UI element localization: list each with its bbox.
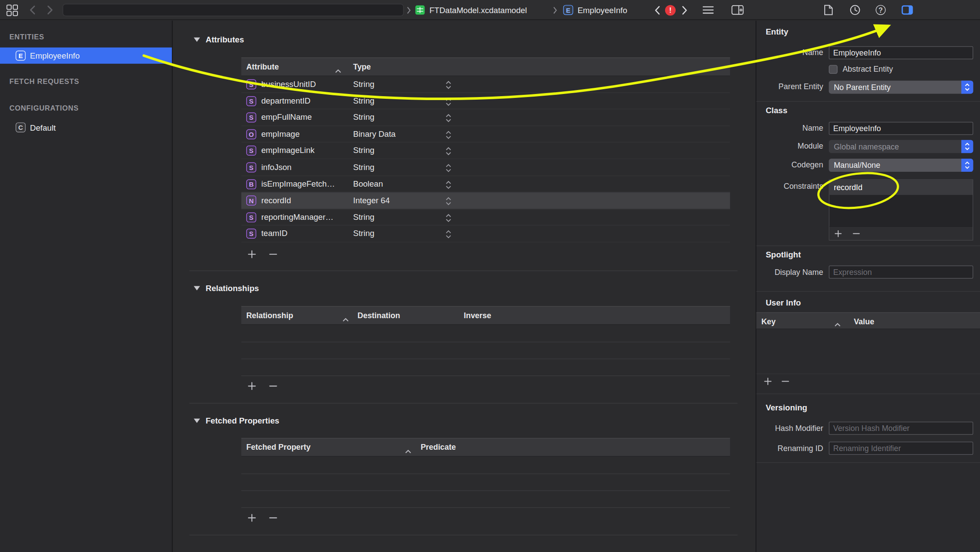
- attribute-name[interactable]: empFullName: [261, 109, 312, 126]
- add-attribute-button[interactable]: [247, 249, 257, 259]
- breadcrumb-file[interactable]: FTDataModel.xcdatamodel: [429, 0, 527, 20]
- type-stepper-icon[interactable]: [445, 229, 452, 241]
- editor-options-icon[interactable]: [703, 0, 714, 20]
- type-stepper-icon[interactable]: [445, 146, 452, 158]
- disclosure-triangle-icon[interactable]: [194, 286, 200, 290]
- parent-entity-popup[interactable]: No Parent Entity: [829, 80, 973, 94]
- attribute-name[interactable]: isEmpImageFetch…: [261, 176, 335, 192]
- attribute-column-header[interactable]: Attribute: [246, 58, 279, 76]
- add-constraint-button[interactable]: [834, 229, 843, 238]
- display-name-field[interactable]: [829, 265, 973, 278]
- remove-attribute-button[interactable]: [268, 249, 278, 259]
- add-relationship-button[interactable]: [247, 381, 257, 391]
- attribute-type[interactable]: Binary Data: [353, 126, 396, 142]
- view-switcher-icon[interactable]: [6, 0, 18, 20]
- attribute-type[interactable]: String: [353, 142, 375, 159]
- value-column-header[interactable]: Value: [854, 313, 874, 330]
- empty-row-divider: [241, 507, 730, 508]
- file-inspector-icon[interactable]: [824, 0, 833, 20]
- back-icon[interactable]: [29, 0, 36, 20]
- type-column-header[interactable]: Type: [353, 58, 371, 76]
- type-stepper-icon[interactable]: [445, 130, 452, 142]
- type-stepper-icon[interactable]: [445, 180, 452, 191]
- spotlight-section-title: Spotlight: [766, 250, 801, 259]
- attribute-row[interactable]: S businessUnitID String: [241, 76, 730, 93]
- remove-constraint-button[interactable]: [852, 229, 861, 238]
- inverse-column-header[interactable]: Inverse: [464, 307, 492, 324]
- attribute-type[interactable]: String: [353, 159, 375, 176]
- history-inspector-icon[interactable]: [849, 0, 861, 20]
- attribute-name[interactable]: empImage: [261, 126, 300, 142]
- renaming-id-field[interactable]: [829, 442, 973, 455]
- hash-modifier-label: Hash Modifier: [756, 424, 823, 433]
- type-stepper-icon[interactable]: [445, 196, 452, 208]
- add-fetched-property-button[interactable]: [247, 513, 257, 523]
- attribute-row[interactable]: S empImageLink String: [241, 142, 730, 159]
- sort-ascending-icon[interactable]: [335, 66, 341, 75]
- attribute-name[interactable]: businessUnitID: [261, 76, 316, 93]
- issue-previous-icon[interactable]: [654, 0, 661, 20]
- attribute-row[interactable]: O empImage Binary Data: [241, 126, 730, 142]
- key-column-header[interactable]: Key: [761, 313, 776, 330]
- type-stepper-icon[interactable]: [445, 163, 452, 175]
- attribute-name[interactable]: departmentID: [261, 93, 310, 109]
- breadcrumb-entity[interactable]: EmployeeInfo: [578, 0, 628, 20]
- sort-ascending-icon[interactable]: [405, 446, 411, 455]
- type-stepper-icon[interactable]: [445, 213, 452, 225]
- disclosure-triangle-icon[interactable]: [194, 418, 200, 423]
- type-stepper-icon[interactable]: [445, 97, 452, 108]
- attribute-row[interactable]: S departmentID String: [241, 93, 730, 109]
- attribute-row[interactable]: S empFullName String: [241, 109, 730, 126]
- attribute-row[interactable]: S teamID String: [241, 226, 730, 242]
- codegen-popup[interactable]: Manual/None: [829, 159, 973, 172]
- constraint-item[interactable]: recordId: [830, 180, 973, 195]
- error-badge[interactable]: !: [665, 5, 676, 15]
- class-name-field[interactable]: [829, 122, 973, 135]
- attribute-type[interactable]: Boolean: [353, 176, 383, 192]
- attribute-row[interactable]: B isEmpImageFetch… Boolean: [241, 176, 730, 192]
- forward-icon[interactable]: [46, 0, 54, 20]
- attribute-type[interactable]: String: [353, 226, 375, 242]
- attribute-name[interactable]: empImageLink: [261, 142, 314, 159]
- constraints-table[interactable]: recordId: [829, 179, 973, 240]
- add-user-info-button[interactable]: [763, 377, 772, 386]
- fetched-property-column-header[interactable]: Fetched Property: [246, 438, 310, 456]
- issue-next-icon[interactable]: [681, 0, 688, 20]
- attribute-type[interactable]: String: [353, 76, 375, 93]
- popup-stepper-icon: [961, 140, 973, 153]
- data-model-inspector-icon[interactable]: [901, 0, 913, 20]
- sidebar-item-employeeinfo[interactable]: E EmployeeInfo: [0, 48, 172, 64]
- attribute-row[interactable]: S reportingManager… String: [241, 209, 730, 226]
- attribute-row[interactable]: S infoJson String: [241, 159, 730, 176]
- disclosure-triangle-icon[interactable]: [194, 37, 200, 42]
- sort-ascending-icon[interactable]: [342, 314, 349, 323]
- remove-user-info-button[interactable]: [781, 377, 790, 386]
- abstract-entity-checkbox[interactable]: [829, 65, 837, 74]
- destination-column-header[interactable]: Destination: [358, 307, 400, 324]
- sort-ascending-icon[interactable]: [834, 319, 840, 328]
- help-inspector-icon[interactable]: ?: [875, 5, 886, 15]
- attribute-type[interactable]: Integer 64: [353, 192, 390, 209]
- type-stepper-icon[interactable]: [445, 80, 452, 92]
- breadcrumb-separator-icon: [406, 0, 411, 20]
- module-combo[interactable]: Global namespace: [829, 140, 973, 153]
- attribute-name[interactable]: recordId: [261, 192, 291, 209]
- remove-relationship-button[interactable]: [268, 381, 278, 391]
- sidebar-item-default[interactable]: C Default: [0, 119, 172, 135]
- add-editor-icon[interactable]: [731, 0, 744, 20]
- attribute-row[interactable]: N recordId Integer 64: [241, 192, 730, 209]
- attribute-type[interactable]: String: [353, 109, 375, 126]
- type-stepper-icon[interactable]: [445, 113, 452, 125]
- attribute-name[interactable]: teamID: [261, 226, 287, 242]
- attribute-type[interactable]: String: [353, 209, 375, 226]
- remove-fetched-property-button[interactable]: [268, 513, 278, 523]
- attribute-name[interactable]: reportingManager…: [261, 209, 333, 226]
- jump-bar[interactable]: [63, 4, 404, 17]
- entity-name-field[interactable]: [829, 46, 973, 59]
- attribute-name[interactable]: infoJson: [261, 159, 291, 176]
- xcode-window: FTDataModel.xcdatamodel E EmployeeInfo !…: [0, 0, 980, 552]
- hash-modifier-field[interactable]: [829, 422, 973, 435]
- relationship-column-header[interactable]: Relationship: [246, 307, 293, 324]
- attribute-type[interactable]: String: [353, 93, 375, 109]
- predicate-column-header[interactable]: Predicate: [421, 438, 456, 456]
